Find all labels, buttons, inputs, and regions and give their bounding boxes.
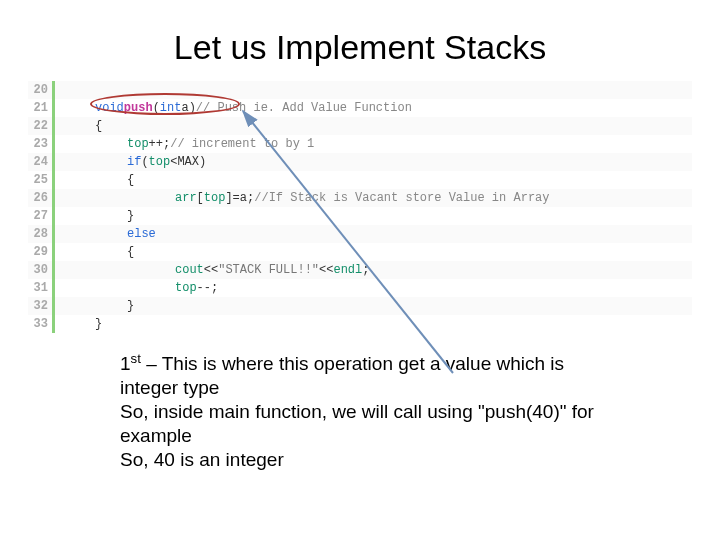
code-token: ; bbox=[362, 261, 369, 279]
gutter-marker bbox=[52, 297, 55, 315]
code-line: 24if(top<MAX) bbox=[28, 153, 692, 171]
caption-sup: st bbox=[131, 351, 141, 366]
code-token: { bbox=[95, 117, 102, 135]
code-token: top bbox=[149, 153, 171, 171]
line-number: 23 bbox=[28, 135, 52, 153]
code-token: // increment to by 1 bbox=[170, 135, 314, 153]
caption-rest-1: – This is where this operation get a val… bbox=[120, 353, 564, 398]
code-token: void bbox=[95, 99, 124, 117]
code-token: ( bbox=[153, 99, 160, 117]
gutter-marker bbox=[52, 171, 55, 189]
code-line: 22{ bbox=[28, 117, 692, 135]
gutter-marker bbox=[52, 135, 55, 153]
code-line: 29{ bbox=[28, 243, 692, 261]
line-number: 24 bbox=[28, 153, 52, 171]
caption-line-3: So, 40 is an integer bbox=[120, 449, 284, 470]
line-number: 21 bbox=[28, 99, 52, 117]
code-token: top bbox=[127, 135, 149, 153]
code-token: top bbox=[175, 279, 197, 297]
caption-line-2: So, inside main function, we will call u… bbox=[120, 401, 594, 446]
gutter-marker bbox=[52, 117, 55, 135]
code-block: 2021void push(int a) // Push ie. Add Val… bbox=[28, 81, 692, 333]
code-line: 25{ bbox=[28, 171, 692, 189]
code-token: endl bbox=[333, 261, 362, 279]
code-token: // Push ie. Add Value Function bbox=[196, 99, 412, 117]
line-number: 27 bbox=[28, 207, 52, 225]
gutter-marker bbox=[52, 189, 55, 207]
code-token: push bbox=[124, 99, 153, 117]
code-token: } bbox=[95, 315, 102, 333]
code-token: { bbox=[127, 171, 134, 189]
code-line: 28else bbox=[28, 225, 692, 243]
gutter-marker bbox=[52, 261, 55, 279]
line-number: 32 bbox=[28, 297, 52, 315]
code-token: --; bbox=[197, 279, 219, 297]
code-line: 20 bbox=[28, 81, 692, 99]
code-token: //If Stack is Vacant store Value in Arra… bbox=[254, 189, 549, 207]
gutter-marker bbox=[52, 315, 55, 333]
line-number: 20 bbox=[28, 81, 52, 99]
code-line: 31top--; bbox=[28, 279, 692, 297]
line-number: 26 bbox=[28, 189, 52, 207]
code-token: arr bbox=[175, 189, 197, 207]
code-token: { bbox=[127, 243, 134, 261]
code-token: int bbox=[160, 99, 182, 117]
code-token: << bbox=[319, 261, 333, 279]
caption-text: 1st – This is where this operation get a… bbox=[120, 347, 600, 472]
gutter-marker bbox=[52, 99, 55, 117]
line-number: 33 bbox=[28, 315, 52, 333]
code-token: ( bbox=[141, 153, 148, 171]
line-number: 31 bbox=[28, 279, 52, 297]
code-token: << bbox=[204, 261, 218, 279]
gutter-marker bbox=[52, 207, 55, 225]
code-line: 27} bbox=[28, 207, 692, 225]
code-line: 26arr[top]=a; //If Stack is Vacant store… bbox=[28, 189, 692, 207]
caption-ordinal: 1 bbox=[120, 353, 131, 374]
line-number: 22 bbox=[28, 117, 52, 135]
code-token: ]=a; bbox=[225, 189, 254, 207]
gutter-marker bbox=[52, 81, 55, 99]
gutter-marker bbox=[52, 153, 55, 171]
line-number: 25 bbox=[28, 171, 52, 189]
code-token: ++; bbox=[149, 135, 171, 153]
code-token: [ bbox=[197, 189, 204, 207]
code-token: a) bbox=[181, 99, 195, 117]
code-token: } bbox=[127, 207, 134, 225]
line-number: 29 bbox=[28, 243, 52, 261]
code-line: 23top++; // increment to by 1 bbox=[28, 135, 692, 153]
page-title: Let us Implement Stacks bbox=[0, 0, 720, 81]
code-line: 30cout<<"STACK FULL!!"<<endl; bbox=[28, 261, 692, 279]
line-number: 30 bbox=[28, 261, 52, 279]
code-line: 32} bbox=[28, 297, 692, 315]
code-token: if bbox=[127, 153, 141, 171]
code-token: "STACK FULL!!" bbox=[218, 261, 319, 279]
code-line: 21void push(int a) // Push ie. Add Value… bbox=[28, 99, 692, 117]
code-token: else bbox=[127, 225, 156, 243]
line-number: 28 bbox=[28, 225, 52, 243]
code-token: top bbox=[204, 189, 226, 207]
code-token: } bbox=[127, 297, 134, 315]
code-line: 33} bbox=[28, 315, 692, 333]
code-token: <MAX) bbox=[170, 153, 206, 171]
gutter-marker bbox=[52, 279, 55, 297]
code-token: cout bbox=[175, 261, 204, 279]
gutter-marker bbox=[52, 243, 55, 261]
gutter-marker bbox=[52, 225, 55, 243]
